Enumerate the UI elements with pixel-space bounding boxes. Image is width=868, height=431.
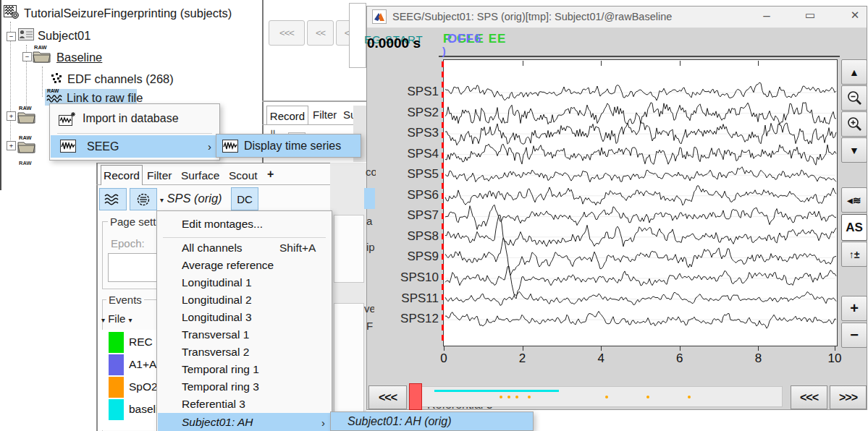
channel-label[interactable]: SPS6 (375, 188, 439, 202)
nav-tab-filter[interactable]: Filter (313, 108, 337, 121)
tab-scout[interactable]: Scout (229, 169, 258, 182)
montage-item-label: Longitudinal 3 (182, 311, 252, 324)
menu-item-edit-montages[interactable]: Edit montages... (158, 214, 331, 234)
tab-record[interactable]: Record (101, 165, 143, 185)
increase-button[interactable]: + (841, 296, 867, 321)
screen: TutorialSeizureFingerprinting (subjects)… (0, 0, 868, 431)
channel-label[interactable]: SPS1 (375, 85, 439, 99)
channel-label[interactable]: SPS11 (375, 291, 439, 306)
montage-submenu-item[interactable]: Subject01: AH (orig) (330, 411, 534, 431)
background-text-fragment: ve (364, 302, 374, 315)
scrollbar-thumb[interactable] (409, 383, 422, 410)
montage-menu-item[interactable]: Subject01: AH› (158, 413, 331, 431)
page-back3-button[interactable]: <<< (269, 20, 305, 46)
minimize-button[interactable]: – (757, 9, 776, 23)
channel-label[interactable]: SPS4 (375, 147, 439, 161)
channel-label[interactable]: SPS9 (375, 249, 439, 264)
maximize-button[interactable]: ▭ (801, 9, 819, 22)
signal-trace (445, 82, 836, 101)
close-button[interactable]: ✕ (846, 9, 864, 22)
time-cursor-line[interactable] (442, 61, 444, 345)
montage-item-label: Transversal 2 (182, 346, 249, 359)
expand-toggle[interactable]: + (7, 111, 16, 121)
channel-label[interactable]: SPS12 (375, 312, 439, 326)
page-back2-button[interactable]: << (307, 20, 334, 46)
montage-flip-button[interactable]: ◂≋ (841, 187, 867, 213)
channel-label[interactable]: SPS8 (375, 229, 439, 244)
page-next-button[interactable]: >>> (830, 385, 867, 409)
channel-label[interactable]: SPS3 (375, 126, 439, 140)
autoscale-button[interactable]: AS (841, 214, 867, 241)
plot-top-line (439, 56, 840, 57)
raw-folder-icon (17, 110, 36, 124)
caret-down-icon: ▾ (129, 316, 132, 324)
x-tick-label: 2 (508, 351, 537, 366)
signal-traces (444, 60, 837, 346)
signal-trace (445, 216, 836, 247)
scroll-left-button[interactable]: <<< (368, 385, 407, 409)
tree-item-subject[interactable]: Subject01 (38, 29, 90, 43)
x-tick-label: 8 (743, 351, 772, 366)
event-color-swatch[interactable] (109, 399, 124, 420)
zoom-in-button[interactable] (841, 111, 867, 137)
svg-text:RAW: RAW (47, 88, 59, 93)
page-prev-button[interactable]: <<< (791, 385, 827, 409)
x-tick-mark (444, 346, 444, 351)
montage-menu-item[interactable]: Referential 3 (158, 396, 331, 413)
dc-offset-button[interactable]: DC (231, 187, 258, 210)
tab-filter[interactable]: Filter (147, 169, 172, 182)
file-menu-label: File (108, 312, 125, 325)
scroll-down-button[interactable]: ▼ (841, 137, 867, 163)
tree-item-baseline[interactable]: Baseline (56, 51, 102, 64)
context-menu-item-import[interactable]: Import in database (51, 106, 219, 132)
zoom-out-button[interactable] (841, 85, 867, 111)
x-tick-mark (601, 346, 602, 351)
montage-item-label: Longitudinal 1 (182, 276, 252, 289)
channel-label[interactable]: SPS5 (375, 167, 439, 182)
tab-surface[interactable]: Surface (181, 169, 219, 182)
event-color-swatch[interactable] (109, 354, 124, 375)
scroll-up-button[interactable]: ▲ (841, 59, 867, 85)
expand-toggle[interactable]: + (7, 141, 16, 150)
caret-down-icon: ▾ (101, 316, 105, 324)
nav-tab-record[interactable]: Record (266, 106, 308, 125)
montage-menu-item[interactable]: Temporal ring 1 (158, 361, 331, 378)
event-color-swatch[interactable] (109, 332, 124, 353)
montage-menu-item[interactable]: Longitudinal 3 (158, 309, 331, 326)
tab-label: Record (104, 169, 140, 182)
channel-label[interactable]: SPS2 (375, 106, 439, 120)
montage-item-label: Longitudinal 2 (182, 294, 252, 307)
display-time-series-item[interactable]: Display time series (216, 134, 361, 158)
event-color-swatch[interactable] (109, 377, 124, 398)
uniform-scale-button[interactable] (130, 188, 157, 210)
tree-item-protocol[interactable]: TutorialSeizureFingerprinting (subjects) (24, 7, 232, 20)
autoscale-button-glyph: AS (846, 221, 863, 235)
decrease-button[interactable]: − (841, 323, 867, 348)
gain-button-glyph: ↑± (849, 249, 860, 260)
x-tick-mark-top (680, 61, 681, 66)
x-tick-label: 4 (586, 351, 615, 366)
import-icon (59, 111, 76, 127)
expand-toggle[interactable]: − (22, 52, 32, 61)
montage-menu-item[interactable]: Transversal 1 (158, 326, 331, 343)
montage-menu-item[interactable]: Average reference (158, 257, 331, 274)
montage-menu-item[interactable]: Longitudinal 1 (158, 274, 331, 291)
display-mode-button[interactable] (99, 188, 127, 210)
x-tick-mark (680, 346, 681, 351)
channel-label[interactable]: SPS7 (375, 208, 439, 223)
montage-menu-item[interactable]: Longitudinal 2 (158, 291, 331, 309)
montage-dropdown[interactable]: ▾ SPS (orig) (160, 192, 222, 205)
background-text-fragment: ip (366, 241, 376, 254)
montage-menu-item[interactable]: All channelsShift+A (158, 239, 331, 257)
context-menu-item-seeg[interactable]: SEEG › (51, 135, 219, 158)
events-file-menu[interactable]: ▾ File ▾ (101, 312, 132, 325)
montage-menu-item[interactable]: Temporal ring 3 (158, 378, 331, 396)
scroll-down-button-glyph: ▼ (849, 145, 859, 156)
gain-button[interactable]: ↑± (841, 242, 867, 267)
tab-add[interactable]: + (267, 168, 274, 181)
montage-flip-button-glyph: ◂≋ (848, 195, 861, 206)
channel-label[interactable]: SPS10 (375, 270, 439, 285)
tree-item-edf-channels[interactable]: EDF channels (268) (67, 72, 174, 86)
montage-menu-item[interactable]: Transversal 2 (158, 343, 331, 361)
expand-toggle[interactable]: − (7, 32, 16, 41)
